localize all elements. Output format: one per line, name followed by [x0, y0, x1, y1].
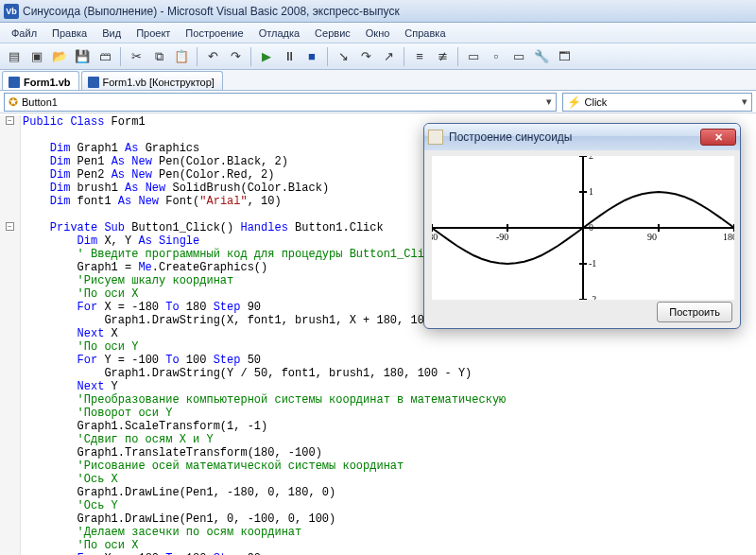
object-icon: ✪: [9, 95, 18, 109]
app-icon: Vb: [4, 4, 19, 19]
separator: [250, 47, 251, 66]
fold-toggle[interactable]: −: [6, 222, 14, 231]
svg-text:1: 1: [589, 186, 593, 197]
plot-svg: -180-9090180-2-1012: [432, 156, 734, 300]
run-button[interactable]: ▶: [256, 46, 277, 67]
output-body: -180-9090180-2-1012 Построить: [424, 150, 740, 328]
window3-button[interactable]: ▭: [508, 46, 529, 67]
pause-button[interactable]: ⏸: [279, 46, 300, 67]
sine-plot: -180-9090180-2-1012: [432, 156, 734, 300]
output-titlebar[interactable]: Построение синусоиды ✕: [424, 124, 740, 150]
svg-text:-1: -1: [589, 258, 596, 269]
new-project-button[interactable]: ▤: [4, 46, 25, 67]
separator: [327, 47, 328, 66]
output-window[interactable]: Построение синусоиды ✕ -180-9090180-2-10…: [423, 123, 741, 329]
tab-label: Form1.vb: [24, 77, 71, 88]
menu-файл[interactable]: Файл: [4, 25, 44, 42]
build-button-label: Построить: [669, 306, 720, 318]
step-into-button[interactable]: ↘: [333, 46, 353, 67]
tab-form1-vb[interactable]: Form1.vb: [2, 71, 79, 90]
redo-button[interactable]: ↷: [225, 46, 246, 67]
separator: [404, 47, 404, 66]
menu-правка[interactable]: Правка: [44, 25, 94, 42]
form-icon: [428, 130, 443, 145]
object-combo[interactable]: ✪ Button1 ▾: [4, 93, 557, 112]
undo-button[interactable]: ↶: [202, 46, 223, 67]
event-icon: ⚡: [567, 95, 581, 109]
chevron-down-icon: ▾: [546, 95, 552, 108]
stop-button[interactable]: ■: [301, 46, 322, 67]
member-selector-row: ✪ Button1 ▾ ⚡ Click ▾: [0, 91, 756, 113]
toolbox-button[interactable]: 🔧: [531, 46, 552, 67]
svg-text:-90: -90: [496, 232, 508, 242]
code-gutter: − −: [0, 115, 21, 555]
fold-toggle[interactable]: −: [6, 116, 14, 125]
open-button[interactable]: 📂: [49, 46, 70, 67]
tab-label: Form1.vb [Конструктор]: [103, 77, 215, 88]
object-combo-text: Button1: [22, 96, 58, 108]
properties-button[interactable]: 🗔: [554, 46, 575, 67]
titlebar: Vb Синусоида (Выполнение) - Microsoft Vi…: [0, 0, 756, 23]
save-button[interactable]: 💾: [72, 46, 93, 67]
menu-отладка[interactable]: Отладка: [251, 25, 307, 42]
copy-button[interactable]: ⧉: [148, 46, 169, 67]
menu-сервис[interactable]: Сервис: [307, 25, 358, 42]
step-over-button[interactable]: ↷: [355, 46, 376, 67]
separator: [197, 47, 198, 66]
menu-вид[interactable]: Вид: [94, 25, 129, 42]
svg-text:-2: -2: [589, 294, 596, 300]
event-combo-text: Click: [585, 96, 608, 108]
window-button[interactable]: ▭: [463, 46, 484, 67]
menubar: ФайлПравкаВидПроектПостроениеОтладкаСерв…: [0, 23, 756, 43]
document-tabs: Form1.vbForm1.vb [Конструктор]: [0, 70, 756, 91]
svg-text:2: 2: [589, 156, 593, 161]
step-out-button[interactable]: ↗: [378, 46, 399, 67]
output-window-title: Построение синусоиды: [449, 130, 573, 144]
add-item-button[interactable]: ▣: [26, 46, 47, 67]
close-button[interactable]: ✕: [700, 129, 736, 146]
menu-справка[interactable]: Справка: [397, 25, 453, 42]
separator: [120, 47, 121, 66]
chevron-down-icon: ▾: [742, 95, 747, 108]
svg-text:-180: -180: [432, 232, 438, 242]
cut-button[interactable]: ✂: [126, 46, 146, 67]
menu-построение[interactable]: Построение: [178, 25, 250, 42]
window2-button[interactable]: ▫: [486, 46, 507, 67]
menu-окно[interactable]: Окно: [358, 25, 398, 42]
svg-text:90: 90: [647, 232, 657, 242]
menu-проект[interactable]: Проект: [129, 25, 178, 42]
separator: [457, 47, 458, 66]
save-all-button[interactable]: 🗃: [94, 46, 115, 67]
svg-text:180: 180: [723, 232, 734, 242]
paste-button[interactable]: 📋: [171, 46, 192, 67]
tab-form1-vb-[interactable]: Form1.vb [Конструктор]: [81, 71, 223, 90]
comment-button[interactable]: ≡: [409, 46, 430, 67]
event-combo[interactable]: ⚡ Click ▾: [562, 93, 753, 112]
build-button[interactable]: Построить: [657, 302, 732, 322]
tab-icon: [88, 77, 99, 88]
window-title: Синусоида (Выполнение) - Microsoft Visua…: [23, 5, 400, 18]
uncomment-button[interactable]: ≢: [432, 46, 453, 67]
tab-icon: [9, 77, 20, 88]
toolbar: ▤ ▣ 📂 💾 🗃 ✂ ⧉ 📋 ↶ ↷ ▶ ⏸ ■ ↘ ↷ ↗ ≡ ≢ ▭ ▫ …: [0, 43, 756, 70]
